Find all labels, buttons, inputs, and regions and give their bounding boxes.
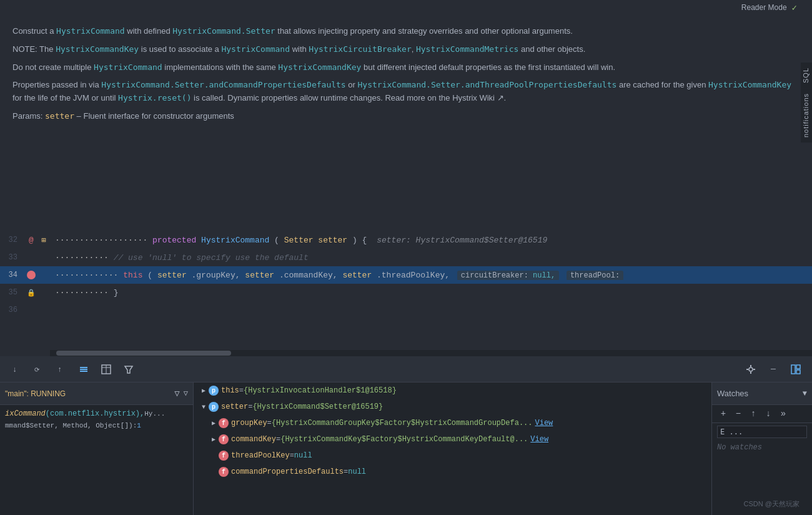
- watermark: CSDN @天然玩家: [744, 499, 800, 509]
- type-badge-commandprops: f: [219, 467, 229, 477]
- frame-item-1[interactable]: ixCommand (com.netflix.hystrix), Hy...: [0, 408, 193, 420]
- watches-panel: Watches ▼ + − ↑ ↓ » No watches: [712, 382, 812, 515]
- var-val-setter: {HystrixCommand$Setter@16519}: [252, 402, 383, 411]
- var-key-commandkey: commandKey: [231, 435, 276, 444]
- watches-input-field[interactable]: [717, 426, 807, 438]
- var-val-commandprops: null: [348, 468, 366, 476]
- doc-para1: Construct a HystrixCommand with defined …: [12, 25, 800, 38]
- gutter-34: [25, 271, 37, 279]
- tree-item-groupkey[interactable]: ▶ f groupKey = {HystrixCommandGroupKey$F…: [194, 415, 711, 431]
- frame-detail-2: mmand$Setter, Method, Object[]):: [5, 422, 137, 429]
- tree-item-this[interactable]: ▶ p this = {HystrixInvocationHandler$1@1…: [194, 382, 711, 399]
- filter-icon-vars[interactable]: ▽: [174, 388, 179, 399]
- step-into-icon: ↓: [11, 364, 21, 374]
- watches-input-row: [712, 423, 812, 441]
- expand-icon-vars[interactable]: ▽: [184, 389, 188, 398]
- hint-overlay-32: setter: HystrixCommand$Setter@16519: [377, 236, 547, 245]
- tree-item-setter[interactable]: ▼ p setter = {HystrixCommand$Setter@1651…: [194, 399, 711, 415]
- chevron-down-icon[interactable]: ▼: [803, 389, 807, 398]
- line-number-33: 33: [0, 253, 25, 262]
- tree-item-commandkey[interactable]: ▶ f commandKey = {HystrixCommandKey$Fact…: [194, 431, 711, 448]
- var-eq-this: =: [239, 386, 244, 395]
- var-val-this: {HystrixInvocationHandler$1@16518}: [244, 386, 397, 395]
- lock-icon-35: 🔒: [27, 289, 36, 297]
- gutter-35: 🔒: [25, 289, 37, 297]
- reader-mode-check: ✓: [792, 2, 797, 13]
- step-out-btn[interactable]: ↑: [52, 361, 70, 378]
- h-scrollbar-thumb[interactable]: [56, 351, 231, 356]
- line-number-32: 32: [0, 236, 25, 244]
- debug-panel: ↓ ⟳ ↑: [0, 356, 812, 515]
- toggle-commandprops: [209, 467, 219, 477]
- var-key-commandprops: commandPropertiesDefaults: [231, 468, 344, 476]
- toggle-this[interactable]: ▶: [199, 386, 209, 396]
- frame-detail-1: Hy...: [144, 410, 165, 418]
- doc-para2: NOTE: The HystrixCommandKey is used to a…: [12, 43, 800, 56]
- doc-para3: Do not create multiple HystrixCommand im…: [12, 61, 800, 74]
- code-line-35: 35 🔒 ··········· }: [0, 284, 812, 301]
- code-ref-settercommand: HystrixCommand.Setter.andCommandProperti…: [101, 80, 345, 89]
- step-over-btn[interactable]: ⟳: [30, 361, 47, 378]
- watch-remove-btn[interactable]: −: [732, 408, 745, 420]
- var-eq-commandprops: =: [344, 468, 348, 476]
- filter-btn[interactable]: [120, 361, 137, 378]
- inline-hint-threadpool: threadPool:: [567, 271, 623, 280]
- step-into-btn[interactable]: ↓: [7, 361, 25, 378]
- watch-up-btn[interactable]: ↑: [747, 408, 760, 420]
- minimize-icon: —: [771, 364, 776, 374]
- table-btn[interactable]: [97, 361, 115, 378]
- toggle-groupkey[interactable]: ▶: [209, 418, 219, 428]
- view-link-groupkey[interactable]: View: [535, 419, 553, 428]
- svg-rect-14: [753, 369, 755, 370]
- no-watches-label: No watches: [717, 443, 762, 452]
- code-content-32: ··················· protected HystrixCom…: [50, 236, 812, 245]
- debug-content: "main": RUNNING ▽ ▽ ixCommand (com.netfl…: [0, 382, 812, 515]
- doc-params: Params: setter – Fluent interface for co…: [12, 111, 800, 121]
- watch-add-btn[interactable]: +: [717, 408, 730, 420]
- tree-panel: ▶ p this = {HystrixInvocationHandler$1@1…: [194, 382, 712, 515]
- svg-rect-17: [796, 370, 800, 374]
- step-out-icon: ↑: [56, 364, 66, 374]
- view-link-commandkey[interactable]: View: [530, 435, 548, 444]
- param-setter: setter: [45, 111, 74, 121]
- code-ref-setter: HystrixCommand.Setter: [172, 26, 275, 36]
- var-val-groupkey: {HystrixCommandGroupKey$Factory$HystrixC…: [272, 419, 533, 428]
- tree-item-commandprops[interactable]: f commandPropertiesDefaults = null: [194, 464, 711, 480]
- minimize-btn[interactable]: —: [765, 361, 782, 378]
- line-number-36: 36: [0, 306, 25, 314]
- thread-status: "main": RUNNING: [5, 389, 66, 398]
- code-ref-breaker: HystrixCircuitBreaker: [309, 44, 411, 54]
- type-badge-this: p: [209, 386, 219, 396]
- bookmark-32: ⊞: [37, 236, 50, 245]
- toggle-setter[interactable]: ▼: [199, 402, 209, 412]
- svg-point-10: [749, 368, 753, 371]
- layout-btn[interactable]: [787, 361, 805, 378]
- watch-down-btn[interactable]: ↓: [762, 408, 775, 420]
- frames-btn[interactable]: [75, 361, 92, 378]
- type-badge-commandkey: f: [219, 434, 229, 444]
- doc-para4: Properties passed in via HystrixCommand.…: [12, 79, 800, 105]
- h-scrollbar[interactable]: [50, 350, 812, 356]
- toggle-commandkey[interactable]: ▶: [209, 434, 219, 444]
- sql-tab[interactable]: SQL: [801, 62, 812, 88]
- svg-text:↑: ↑: [57, 366, 62, 374]
- code-ref-reset: Hystrix.reset(): [118, 93, 191, 102]
- param-desc: – Fluent interface for constructor argum…: [74, 111, 234, 121]
- gear-btn[interactable]: [742, 361, 760, 378]
- svg-rect-3: [80, 367, 87, 368]
- var-val-threadpoolkey: null: [294, 451, 312, 460]
- bookmark-icon-32: ⊞: [41, 236, 46, 245]
- tree-item-threadpoolkey[interactable]: f threadPoolKey = null: [194, 448, 711, 464]
- watches-header: Watches ▼: [712, 382, 812, 405]
- svg-rect-12: [750, 372, 751, 374]
- var-key-this: this: [221, 386, 239, 395]
- frame-class-1: (com.netflix.hystrix),: [46, 409, 144, 418]
- frame-item-2[interactable]: mmand$Setter, Method, Object[]): 1: [0, 420, 193, 431]
- code-content-35: ··········· }: [50, 288, 812, 298]
- step-over-icon: ⟳: [34, 364, 44, 374]
- svg-text:↓: ↓: [12, 366, 17, 374]
- notifications-tab[interactable]: notifications: [801, 88, 812, 142]
- code-editor: 32 @ ⊞ ··················· protected Hys…: [0, 231, 812, 356]
- code-content-34: ············· this ( setter .groupKey, s…: [50, 271, 812, 280]
- watch-more-btn[interactable]: »: [777, 408, 790, 420]
